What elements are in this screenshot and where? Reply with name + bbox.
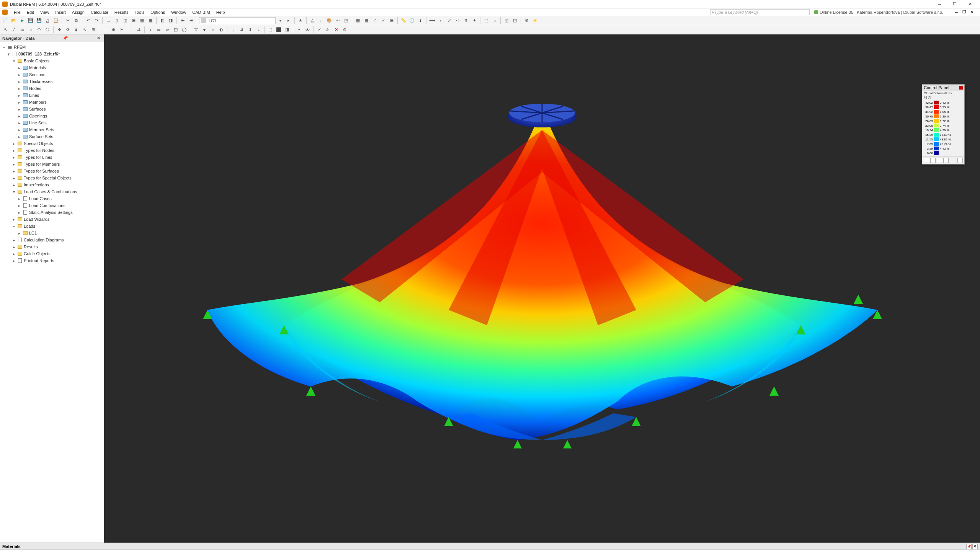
tree-types-for-surfaces[interactable]: ▸Types for Surfaces <box>0 168 104 174</box>
navigator-close-button[interactable]: ✕ <box>96 36 101 41</box>
window4-button[interactable]: ⊞ <box>130 17 137 24</box>
support1-button[interactable]: ▽ <box>192 26 200 34</box>
menu-file[interactable]: File <box>11 9 24 15</box>
tree-sections[interactable]: ▸Sections <box>0 71 104 78</box>
menu-edit[interactable]: Edit <box>24 9 37 15</box>
opening-tool-button[interactable]: ◯ <box>180 26 188 34</box>
tree-surface-sets[interactable]: ▸Surface Sets <box>0 133 104 140</box>
mirror-button[interactable]: ⧗ <box>72 26 80 34</box>
cp-btn5[interactable] <box>957 158 963 163</box>
dim1-button[interactable]: ⟷ <box>428 17 436 24</box>
cp-btn1[interactable] <box>924 158 929 163</box>
minimize-button[interactable]: ─ <box>932 0 947 8</box>
tree-calculation-diagrams[interactable]: ▸Calculation Diagrams <box>0 236 104 243</box>
support2-button[interactable]: ▼ <box>201 26 208 34</box>
mdi-minimize-button[interactable]: ─ <box>955 10 962 15</box>
cut-button[interactable]: ✂ <box>64 17 72 24</box>
solid-tool-button[interactable]: ◳ <box>172 26 180 34</box>
pointer-button[interactable]: ↖ <box>2 26 9 34</box>
dim2-button[interactable]: ↕ <box>437 17 444 24</box>
viewport-3d[interactable]: Control Panel Global Deformations|u| [ft… <box>104 34 980 543</box>
tree-imperfections[interactable]: ▸Imperfections <box>0 181 104 188</box>
check2-button[interactable]: ✓ <box>379 17 387 24</box>
tree-line-sets[interactable]: ▸Line Sets <box>0 119 104 126</box>
tree-special-objects[interactable]: ▸Special Objects <box>0 140 104 147</box>
dim4-button[interactable]: ⇔ <box>454 17 461 24</box>
cp-btn3[interactable] <box>937 158 942 163</box>
cancel-button[interactable]: ⊘ <box>341 26 348 34</box>
surf-tool-button[interactable]: ▱ <box>163 26 171 34</box>
results-color-button[interactable]: 🎨 <box>325 17 333 24</box>
control-panel-header[interactable]: Control Panel <box>922 85 964 91</box>
keyword-search[interactable]: ▸ Type a keyword [Alt+Q] <box>710 9 810 15</box>
window1-button[interactable]: ▭ <box>105 17 112 24</box>
tree-surfaces[interactable]: ▸Surfaces <box>0 106 104 112</box>
grid-button[interactable]: ▦ <box>147 17 154 24</box>
sel-all-button[interactable]: ⬛ <box>275 26 283 34</box>
array-button[interactable]: ⊞ <box>89 26 97 34</box>
tree-results[interactable]: ▸Results <box>0 243 104 250</box>
window3-button[interactable]: ◫ <box>121 17 129 24</box>
tree-member-sets[interactable]: ▸Member Sets <box>0 126 104 133</box>
load3-button[interactable]: ⬇ <box>246 26 254 34</box>
redo-button[interactable]: ↷ <box>93 17 100 24</box>
hinge-button[interactable]: ○ <box>209 26 217 34</box>
move-button[interactable]: ✥ <box>56 26 63 34</box>
load4-button[interactable]: ⇓ <box>255 26 262 34</box>
view1-button[interactable]: ◱ <box>503 17 510 24</box>
tree-types-for-nodes[interactable]: ▸Types for Nodes <box>0 147 104 154</box>
menu-cad-bim[interactable]: CAD-BIM <box>189 9 213 15</box>
tree-loads[interactable]: ▾Loads <box>0 223 104 230</box>
tree-guide-objects[interactable]: ▸Guide Objects <box>0 250 104 257</box>
arc-tool-button[interactable]: ◠ <box>35 26 43 34</box>
tree-lc1[interactable]: ▸LC1 <box>0 230 104 236</box>
clock-button[interactable]: 🕐 <box>408 17 416 24</box>
navigator-tree[interactable]: ▾▦RFEM▾000709_123_Zelt.rf6*▾Basic Object… <box>0 42 104 543</box>
render1-button[interactable]: ◧ <box>158 17 166 24</box>
mesh-button[interactable]: ▦ <box>354 17 362 24</box>
save-button[interactable]: 💾 <box>27 17 34 24</box>
mdi-close-button[interactable]: ✕ <box>970 10 978 15</box>
table-button[interactable]: ▦ <box>138 17 146 24</box>
info-button[interactable]: ℹ <box>416 17 424 24</box>
line-tool-button[interactable]: ╱ <box>10 26 18 34</box>
divide-button[interactable]: ÷ <box>101 26 109 34</box>
extend-button[interactable]: → <box>126 26 134 34</box>
close-button[interactable]: ✕ <box>962 0 978 8</box>
tree-load-wizards[interactable]: ▸Load Wizards <box>0 216 104 223</box>
tree-types-for-members[interactable]: ▸Types for Members <box>0 161 104 168</box>
hide-button[interactable]: 👁 <box>304 26 311 34</box>
cp-btn4[interactable] <box>943 158 949 163</box>
lc-prev-button[interactable]: ◂ <box>276 17 284 24</box>
menu-window[interactable]: Window <box>168 9 189 15</box>
tree-thicknesses[interactable]: ▸Thicknesses <box>0 78 104 85</box>
sel-rect-button[interactable]: ⬚ <box>266 26 274 34</box>
menu-view[interactable]: View <box>37 9 52 15</box>
scale-button[interactable]: ⤡ <box>81 26 88 34</box>
tree-printout-reports[interactable]: ▸Printout Reports <box>0 257 104 264</box>
iso-button[interactable]: ◳ <box>342 17 350 24</box>
saveall-button[interactable]: 💾 <box>35 17 43 24</box>
tree-openings[interactable]: ▸Openings <box>0 112 104 119</box>
member-tool-button[interactable]: ═ <box>155 26 163 34</box>
measure-button[interactable]: 📏 <box>400 17 407 24</box>
view2-button[interactable]: ◲ <box>511 17 519 24</box>
plaus-button[interactable]: ⚠ <box>324 26 332 34</box>
cp-btn2[interactable] <box>930 158 936 163</box>
license-info[interactable]: Online License 05 | Kateřina Rosendorfov… <box>814 10 943 15</box>
tree-types-for-lines[interactable]: ▸Types for Lines <box>0 154 104 161</box>
tree-basic-objects[interactable]: ▾Basic Objects <box>0 57 104 64</box>
tree-types-for-special-objects[interactable]: ▸Types for Special Objects <box>0 174 104 181</box>
tree-nodes[interactable]: ▸Nodes <box>0 85 104 92</box>
rotate-button[interactable]: ⟳ <box>64 26 72 34</box>
run-button[interactable]: ▶ <box>18 17 26 24</box>
copy-button[interactable]: ⧉ <box>72 17 80 24</box>
open-button[interactable]: 📂 <box>10 17 18 24</box>
mdi-restore-button[interactable]: ❐ <box>962 10 970 15</box>
release-button[interactable]: ◐ <box>217 26 225 34</box>
check3-button[interactable]: ⊞ <box>388 17 395 24</box>
tree-members[interactable]: ▸Members <box>0 99 104 106</box>
check1-button[interactable]: ✓ <box>371 17 379 24</box>
undo-button[interactable]: ↶ <box>84 17 92 24</box>
tree-materials[interactable]: ▸Materials <box>0 64 104 71</box>
